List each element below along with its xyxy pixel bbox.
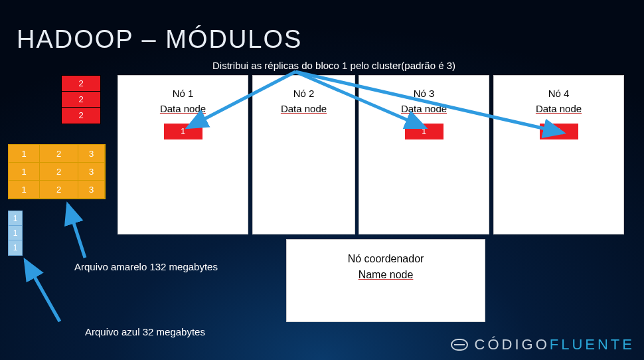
data-node-3: Nó 3 Data node 1 xyxy=(359,75,489,234)
yellow-cell: 1 xyxy=(9,145,40,163)
yellow-file-table: 1 2 3 1 2 3 1 2 3 xyxy=(8,144,106,199)
node-name: Nó 1 xyxy=(118,88,248,99)
data-node-1: Nó 1 Data node 1 xyxy=(118,75,248,234)
data-node-2: Nó 2 Data node xyxy=(252,75,355,234)
node-name: Nó 2 xyxy=(253,88,355,99)
red-cell: 2 xyxy=(62,92,100,108)
block-1: 1 xyxy=(164,124,202,139)
blue-cell: 1 xyxy=(9,211,22,226)
red-cell: 2 xyxy=(62,76,100,92)
node-name: Nó 3 xyxy=(359,88,489,99)
yellow-cell: 3 xyxy=(78,163,105,181)
distribution-caption: Distribui as réplicas do bloco 1 pelo cl… xyxy=(212,60,455,71)
yellow-file-arrow xyxy=(68,205,85,258)
yellow-cell: 2 xyxy=(40,163,78,181)
yellow-file-caption: Arquivo amarelo 132 megabytes xyxy=(74,261,218,272)
blue-file-caption: Arquivo azul 32 megabytes xyxy=(85,326,205,337)
block-1: 1 xyxy=(405,124,443,139)
node-type: Data node xyxy=(118,103,248,114)
yellow-cell: 2 xyxy=(40,145,78,163)
slide-title: HADOOP – MÓDULOS xyxy=(17,25,302,54)
yellow-cell: 2 xyxy=(40,181,78,199)
red-block-table: 2 2 2 xyxy=(61,75,101,124)
logo-text-accent: FLUENTE xyxy=(550,336,635,353)
coordinator-node: Nó coordenador Name node xyxy=(286,239,485,322)
blue-cell: 1 xyxy=(9,226,22,240)
blue-cell: 1 xyxy=(9,240,22,255)
blue-file-arrow xyxy=(25,260,60,321)
yellow-cell: 1 xyxy=(9,181,40,199)
yellow-cell: 3 xyxy=(78,181,105,199)
data-node-4: Nó 4 Data node 1 xyxy=(493,75,624,234)
node-type: Data node xyxy=(253,103,355,114)
logo-icon xyxy=(451,339,468,351)
coordinator-type: Name node xyxy=(287,269,485,281)
blue-file-column: 1 1 1 xyxy=(8,211,23,256)
coordinator-name: Nó coordenador xyxy=(287,253,485,265)
block-1: 1 xyxy=(540,124,578,139)
logo-text-prefix: CÓDIGO xyxy=(475,336,550,353)
yellow-cell: 3 xyxy=(78,145,105,163)
node-name: Nó 4 xyxy=(494,88,623,99)
node-type: Data node xyxy=(359,103,489,114)
red-cell: 2 xyxy=(62,108,100,124)
logo: CÓDIGOFLUENTE xyxy=(451,336,635,353)
yellow-cell: 1 xyxy=(9,163,40,181)
node-type: Data node xyxy=(494,103,623,114)
